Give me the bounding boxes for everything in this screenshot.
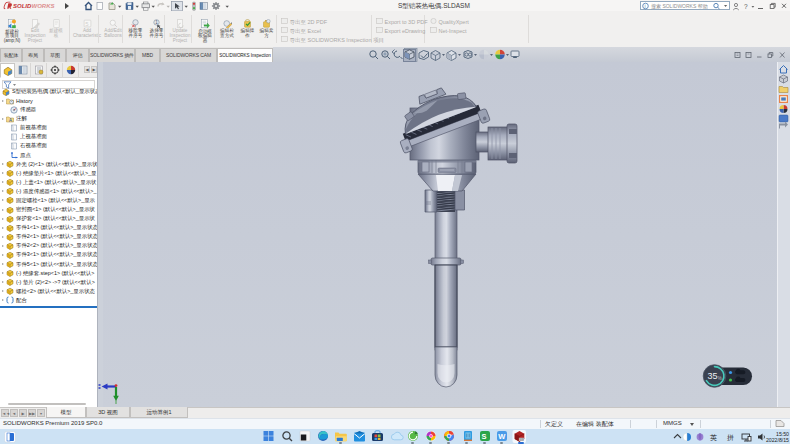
- svg-text:SW: SW: [519, 438, 524, 442]
- svg-text:i: i: [645, 4, 646, 9]
- svg-text:WORKS: WORKS: [32, 3, 55, 9]
- svg-text:%: %: [718, 376, 722, 381]
- svg-text:拼: 拼: [727, 434, 734, 441]
- svg-text:搜索 SOLIDWORKS 帮助: 搜索 SOLIDWORKS 帮助: [651, 3, 708, 10]
- svg-text:W: W: [498, 432, 506, 441]
- svg-text:35: 35: [707, 371, 717, 381]
- svg-text:英: 英: [710, 434, 717, 442]
- svg-text:?: ?: [744, 3, 748, 10]
- svg-text:S: S: [482, 432, 487, 441]
- svg-text:A: A: [9, 118, 12, 123]
- svg-text:SOLID: SOLID: [13, 3, 32, 9]
